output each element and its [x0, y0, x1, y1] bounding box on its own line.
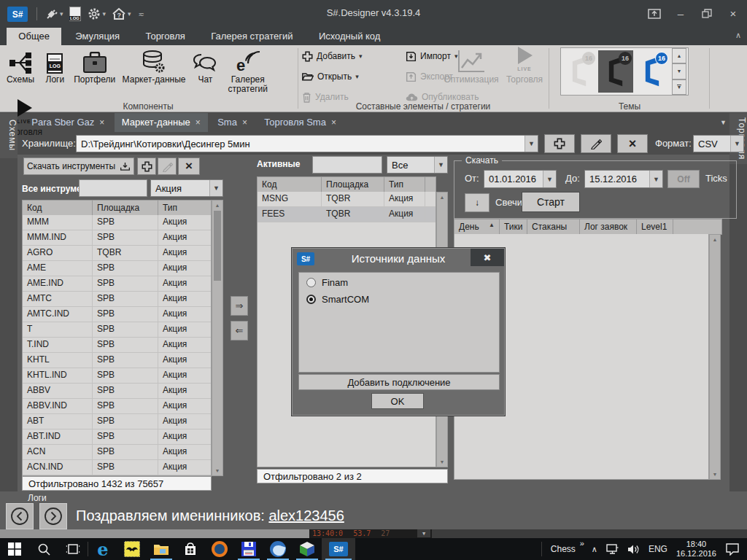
taskbar-floppy-app[interactable] — [234, 538, 263, 560]
tray-expand-icon[interactable]: ∧ — [592, 545, 597, 554]
column-header[interactable]: Level1 — [637, 219, 673, 234]
chat-button[interactable]: Чат — [190, 45, 220, 98]
scroll-down-icon[interactable]: ▼ — [710, 472, 720, 477]
theme-dark[interactable]: 16 — [598, 50, 633, 93]
close-icon[interactable]: × — [242, 117, 247, 128]
instruments-scrollbar[interactable]: ▲ ▼ — [212, 200, 223, 476]
close-icon[interactable]: × — [331, 117, 336, 128]
log-prev-button[interactable] — [6, 503, 34, 529]
widget-dropdown-icon[interactable]: ▼ — [417, 529, 430, 537]
open-button[interactable]: Открыть▾ — [302, 69, 363, 85]
storage-delete-button[interactable]: × — [617, 134, 648, 153]
instrument-row[interactable]: ABBV.IND SPB Акция — [23, 399, 211, 414]
column-header[interactable]: Площадка — [322, 177, 384, 192]
move-right-button[interactable]: ⇒ — [231, 296, 248, 316]
logs-button[interactable]: LOG Логи — [40, 45, 69, 98]
instrument-row[interactable]: T SPB Акция — [23, 322, 211, 338]
source-option-finam[interactable]: Finam — [299, 273, 499, 289]
scroll-thumb[interactable] — [214, 211, 221, 281]
instrument-row[interactable]: KHTL.IND SPB Акция — [23, 368, 211, 384]
tab-source-code[interactable]: Исходный код — [307, 28, 392, 45]
tab-emulation[interactable]: Эмуляция — [63, 28, 131, 45]
task-view-button[interactable] — [58, 538, 88, 560]
scroll-up-icon[interactable]: ▲ — [212, 203, 222, 208]
column-header[interactable]: Площадка — [93, 201, 158, 215]
taskbar-thunderbird[interactable] — [263, 538, 293, 560]
download-instruments-button[interactable]: Скачать инструменты — [23, 158, 134, 175]
tab-strategy-gallery[interactable]: Галерея стратегий — [199, 28, 304, 45]
instruments-filter-input[interactable] — [79, 179, 147, 197]
doc-tab-trading-sma[interactable]: Торговля Sma× — [257, 113, 344, 132]
minimize-button[interactable]: – — [668, 3, 693, 23]
instrument-row[interactable]: MMM SPB Акция — [23, 215, 211, 230]
scroll-up-button[interactable]: ▲ — [672, 48, 686, 63]
source-option-smartcom[interactable]: SmartCOM — [299, 289, 499, 306]
edit-instrument-button[interactable] — [158, 158, 177, 175]
theme-light[interactable]: 16 — [562, 50, 597, 93]
storage-edit-button[interactable] — [581, 134, 611, 153]
active-row[interactable]: FEES TQBR Акция — [258, 207, 436, 222]
close-button[interactable]: × — [721, 3, 746, 23]
taskbar-cube-app[interactable] — [293, 538, 322, 560]
taskbar-explorer[interactable] — [147, 538, 176, 560]
tab-list-dropdown-icon[interactable]: ▼ — [720, 119, 727, 126]
portfolios-button[interactable]: Портфели — [72, 45, 117, 98]
taskbar-sharp-designer[interactable]: S# — [322, 538, 355, 560]
doc-tab-sma[interactable]: Sma× — [210, 113, 255, 132]
taskbar-firefox[interactable] — [205, 538, 234, 560]
column-header[interactable]: Лог заявок — [580, 219, 637, 234]
side-tab-schemes[interactable]: Схемы — [0, 113, 18, 158]
strategy-gallery-button[interactable]: e Галерея стратегий — [222, 45, 274, 98]
dialog-close-button[interactable]: ✖ — [471, 249, 504, 266]
instrument-row[interactable]: ABT SPB Акция — [23, 414, 211, 429]
instrument-row[interactable]: AMTC.IND SPB Акция — [23, 307, 211, 322]
column-header[interactable]: Тип — [384, 177, 425, 192]
logs-tab[interactable]: Логи — [28, 493, 47, 503]
candles-settings-button[interactable]: ↓ — [465, 193, 489, 212]
language-indicator[interactable]: ENG — [649, 544, 667, 554]
column-header-day[interactable]: День▲ — [454, 219, 500, 234]
live-trade-disabled-button[interactable]: LIVE Торговля — [503, 45, 546, 98]
fullscreen-button[interactable] — [642, 3, 667, 23]
scroll-up-icon[interactable]: ▲ — [437, 195, 447, 200]
network-icon[interactable] — [606, 544, 619, 554]
doc-tab-para-sber-gaz[interactable]: Para Sber Gaz× — [24, 113, 112, 132]
scroll-up-icon[interactable]: ▲ — [710, 237, 720, 242]
gallery-expand-button[interactable]: ▼ — [672, 79, 686, 95]
add-connection-button[interactable]: Добавить подключение — [298, 374, 500, 390]
add-button[interactable]: Добавить▾ — [302, 48, 363, 64]
active-row[interactable]: MSNG TQBR Акция — [258, 192, 436, 207]
scroll-down-icon[interactable]: ▼ — [437, 459, 447, 464]
column-header[interactable]: Тики — [500, 219, 527, 234]
from-date-combo[interactable]: 01.01.2016 ▼ — [484, 170, 557, 188]
optimization-button[interactable]: Оптимизация — [439, 45, 503, 98]
instrument-type-combo[interactable]: Акция ▼ — [150, 179, 223, 197]
taskbar-thebat[interactable] — [117, 538, 147, 560]
instrument-row[interactable]: ACN.IND SPB Акция — [23, 460, 211, 475]
restore-button[interactable] — [694, 3, 719, 23]
active-filter-input[interactable] — [312, 156, 382, 174]
to-date-combo[interactable]: 15.12.2016 ▼ — [584, 170, 663, 188]
taskbar-store[interactable] — [176, 538, 205, 560]
search-button[interactable] — [29, 538, 58, 560]
column-header[interactable]: Код — [23, 201, 93, 215]
close-icon[interactable]: × — [196, 117, 201, 128]
tab-trading[interactable]: Торговля — [133, 28, 196, 45]
scroll-down-button[interactable]: ▼ — [672, 63, 686, 79]
log-next-button[interactable] — [39, 503, 67, 529]
column-header[interactable]: Стаканы — [527, 219, 580, 234]
theme-blue[interactable]: 16 — [635, 50, 670, 93]
tray-toolbar-chess[interactable]: Chess » — [551, 544, 583, 554]
action-center-icon[interactable] — [725, 543, 740, 556]
column-header[interactable]: Тип — [158, 201, 211, 215]
user-link[interactable]: alex123456 — [268, 508, 344, 524]
delete-instrument-button[interactable]: × — [178, 158, 200, 175]
start-button[interactable] — [0, 538, 29, 560]
doc-tab-market-data[interactable]: Маркет-данные× — [115, 113, 208, 132]
instrument-row[interactable]: KHTL SPB Акция — [23, 353, 211, 368]
instrument-row[interactable]: AGRO TQBR Акция — [23, 246, 211, 261]
ribbon-collapse-icon[interactable]: ∧ — [735, 31, 741, 40]
add-instrument-button[interactable] — [137, 158, 156, 175]
instrument-row[interactable]: AMTC SPB Акция — [23, 292, 211, 307]
instrument-row[interactable]: AME.IND SPB Акция — [23, 276, 211, 292]
